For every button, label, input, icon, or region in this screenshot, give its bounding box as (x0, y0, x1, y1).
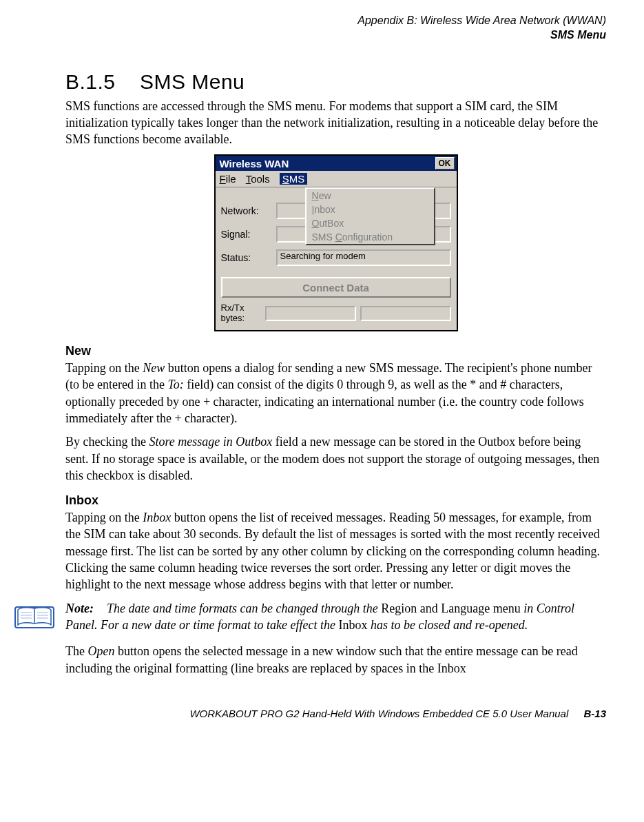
menu-item-new[interactable]: New (307, 189, 434, 203)
field-tx (360, 306, 451, 321)
field-rx (265, 306, 356, 321)
note-block: Note:The date and time formats can be ch… (14, 600, 606, 634)
page-header: Appendix B: Wireless Wide Area Network (… (65, 14, 606, 43)
header-appendix: Appendix B: Wireless Wide Area Network (… (65, 14, 606, 28)
menu-item-outbox[interactable]: OutBox (307, 216, 434, 230)
label-status: Status: (221, 252, 276, 263)
window-title: Wireless WAN (220, 158, 289, 169)
figure-wrapper: Wireless WAN OK File Tools SMS New Inbox… (65, 154, 606, 331)
menu-item-sms-config[interactable]: SMS Configuration (307, 230, 434, 244)
new-paragraph-2: By checking the Store message in Outbox … (65, 433, 606, 484)
inbox-paragraph: Tapping on the Inbox button opens the li… (65, 509, 606, 593)
footer-text: WORKABOUT PRO G2 Hand-Held With Windows … (189, 708, 568, 719)
header-section: SMS Menu (65, 28, 606, 43)
book-icon (14, 603, 55, 630)
open-paragraph: The Open button opens the selected messa… (65, 643, 606, 677)
menu-file[interactable]: File (220, 173, 236, 185)
section-title: SMS Menu (140, 70, 245, 93)
titlebar: Wireless WAN OK (216, 156, 457, 171)
label-signal: Signal: (221, 229, 276, 240)
menu-sms[interactable]: SMS (280, 173, 308, 185)
heading-new: New (65, 344, 606, 358)
new-paragraph-1: Tapping on the New button opens a dialog… (65, 360, 606, 427)
sms-dropdown: New Inbox OutBox SMS Configuration (305, 187, 435, 245)
menu-tools[interactable]: Tools (246, 173, 270, 185)
field-status: Searching for modem (276, 249, 451, 266)
ok-button[interactable]: OK (435, 157, 455, 169)
intro-paragraph: SMS functions are accessed through the S… (65, 98, 606, 148)
wireless-wan-window: Wireless WAN OK File Tools SMS New Inbox… (214, 154, 458, 331)
label-rxtx: Rx/Tx bytes: (221, 303, 265, 323)
section-heading: B.1.5 SMS Menu (65, 70, 606, 94)
connect-data-button[interactable]: Connect Data (221, 277, 451, 298)
menu-item-inbox[interactable]: Inbox (307, 203, 434, 216)
footer-page: B-13 (583, 708, 606, 719)
note-label: Note: (65, 600, 107, 617)
menu-bar: File Tools SMS New Inbox OutBox SMS Conf… (216, 171, 457, 187)
section-number: B.1.5 (65, 70, 116, 93)
heading-inbox: Inbox (65, 493, 606, 508)
page-footer: WORKABOUT PRO G2 Hand-Held With Windows … (65, 708, 606, 719)
label-network: Network: (221, 205, 276, 216)
note-text: Note:The date and time formats can be ch… (65, 600, 606, 634)
